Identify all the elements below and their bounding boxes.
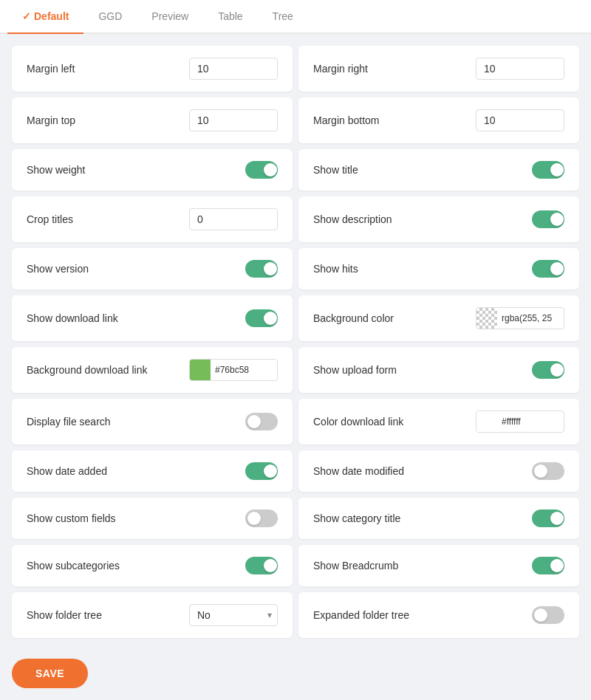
- color-text-background-download-link: #76bc58: [211, 362, 277, 378]
- tab-ggd[interactable]: GGD: [83, 0, 137, 32]
- card-show-custom-fields: Show custom fields: [12, 498, 293, 539]
- label-show-category-title: Show category title: [313, 512, 400, 524]
- card-margin-left: Margin left: [12, 46, 293, 92]
- label-margin-right: Margin right: [313, 63, 368, 75]
- input-margin-right[interactable]: [476, 58, 564, 80]
- tabs-bar: ✓DefaultGGDPreviewTableTree: [0, 0, 591, 34]
- toggle-show-subcategories[interactable]: [245, 557, 278, 574]
- color-text-color-download-link: #ffffff: [497, 414, 564, 430]
- label-show-upload-form: Show upload form: [313, 364, 397, 376]
- label-show-download-link: Show download link: [27, 312, 118, 324]
- card-show-upload-form: Show upload form: [298, 347, 579, 393]
- label-color-download-link: Color download link: [313, 416, 403, 428]
- input-margin-left[interactable]: [189, 58, 278, 80]
- toggle-show-breadcrumb[interactable]: [532, 557, 564, 574]
- save-button[interactable]: SAVE: [12, 659, 88, 688]
- select-show-folder-tree[interactable]: NoYes: [189, 604, 278, 626]
- card-show-date-modified: Show date modified: [298, 450, 579, 492]
- card-expanded-folder-tree: Expanded folder tree: [298, 592, 579, 638]
- color-field-color-download-link[interactable]: #ffffff: [476, 411, 564, 433]
- select-wrapper-show-folder-tree: NoYes▾: [189, 604, 278, 626]
- toggle-show-custom-fields[interactable]: [245, 509, 278, 527]
- label-show-folder-tree: Show folder tree: [27, 609, 102, 621]
- card-show-hits: Show hits: [298, 248, 579, 289]
- toggle-slider: [532, 557, 564, 574]
- label-margin-bottom: Margin bottom: [313, 114, 379, 126]
- label-show-custom-fields: Show custom fields: [27, 512, 116, 524]
- card-color-download-link: Color download link#ffffff: [298, 399, 579, 445]
- card-display-file-search: Display file search: [12, 399, 293, 445]
- toggle-show-upload-form[interactable]: [532, 361, 564, 379]
- color-swatch-background-color: [476, 308, 497, 329]
- card-show-description: Show description: [298, 196, 579, 242]
- label-background-color: Background color: [313, 312, 394, 324]
- toggle-show-hits[interactable]: [532, 260, 564, 278]
- toggle-slider: [532, 210, 564, 228]
- color-text-background-color: rgba(255, 25: [497, 310, 564, 326]
- color-swatch-background-download-link: [190, 360, 211, 380]
- label-margin-left: Margin left: [27, 63, 75, 75]
- toggle-slider: [532, 509, 564, 527]
- toggle-slider: [532, 361, 564, 379]
- toggle-slider: [245, 509, 278, 527]
- toggle-show-title[interactable]: [532, 161, 564, 179]
- toggle-slider: [245, 557, 278, 574]
- label-show-date-added: Show date added: [27, 465, 107, 477]
- card-show-weight: Show weight: [12, 149, 293, 191]
- tab-table[interactable]: Table: [203, 0, 257, 32]
- card-background-color: Background colorrgba(255, 25: [298, 295, 579, 341]
- toggle-slider: [532, 260, 564, 278]
- card-show-subcategories: Show subcategories: [12, 545, 293, 586]
- tab-check-icon: ✓: [22, 10, 31, 22]
- label-show-weight: Show weight: [27, 164, 85, 176]
- card-background-download-link: Background download link#76bc58: [12, 347, 293, 393]
- label-show-title: Show title: [313, 164, 358, 176]
- label-show-breadcrumb: Show Breadcrumb: [313, 560, 398, 572]
- label-expanded-folder-tree: Expanded folder tree: [313, 609, 409, 621]
- card-show-breadcrumb: Show Breadcrumb: [298, 545, 579, 586]
- input-crop-titles[interactable]: [189, 208, 278, 230]
- toggle-show-category-title[interactable]: [532, 509, 564, 527]
- label-display-file-search: Display file search: [27, 416, 111, 428]
- card-margin-top: Margin top: [12, 97, 293, 143]
- toggle-slider: [532, 161, 564, 179]
- input-margin-top[interactable]: [189, 109, 278, 131]
- card-crop-titles: Crop titles: [12, 196, 293, 242]
- color-field-background-color[interactable]: rgba(255, 25: [476, 307, 564, 329]
- main-content: Margin leftMargin rightMargin topMargin …: [0, 34, 591, 650]
- input-margin-bottom[interactable]: [476, 109, 564, 131]
- card-margin-right: Margin right: [298, 46, 579, 92]
- label-show-description: Show description: [313, 213, 392, 225]
- card-show-version: Show version: [12, 248, 293, 289]
- toggle-expanded-folder-tree[interactable]: [532, 606, 564, 624]
- label-show-date-modified: Show date modified: [313, 465, 404, 477]
- toggle-display-file-search[interactable]: [245, 413, 278, 430]
- label-show-subcategories: Show subcategories: [27, 560, 120, 572]
- toggle-slider: [245, 413, 278, 430]
- color-swatch-color-download-link: [476, 411, 497, 432]
- tab-default[interactable]: ✓Default: [7, 0, 83, 32]
- label-crop-titles: Crop titles: [27, 213, 73, 225]
- card-show-category-title: Show category title: [298, 498, 579, 539]
- card-show-title: Show title: [298, 149, 579, 191]
- tab-preview[interactable]: Preview: [137, 0, 203, 32]
- toggle-show-version[interactable]: [245, 260, 278, 278]
- card-show-folder-tree: Show folder treeNoYes▾: [12, 592, 293, 638]
- toggle-show-download-link[interactable]: [245, 309, 278, 327]
- toggle-slider: [532, 462, 564, 480]
- label-background-download-link: Background download link: [27, 364, 147, 376]
- toggle-slider: [245, 260, 278, 278]
- label-margin-top: Margin top: [27, 114, 75, 126]
- toggle-slider: [245, 161, 278, 179]
- toggle-show-weight[interactable]: [245, 161, 278, 179]
- toggle-slider: [245, 309, 278, 327]
- color-field-background-download-link[interactable]: #76bc58: [189, 359, 278, 381]
- toggle-slider: [532, 606, 564, 624]
- toggle-show-date-added[interactable]: [245, 462, 278, 480]
- toggle-show-date-modified[interactable]: [532, 462, 564, 480]
- label-show-version: Show version: [27, 263, 89, 275]
- tab-tree[interactable]: Tree: [258, 0, 308, 32]
- toggle-show-description[interactable]: [532, 210, 564, 228]
- toggle-slider: [245, 462, 278, 480]
- card-margin-bottom: Margin bottom: [298, 97, 579, 143]
